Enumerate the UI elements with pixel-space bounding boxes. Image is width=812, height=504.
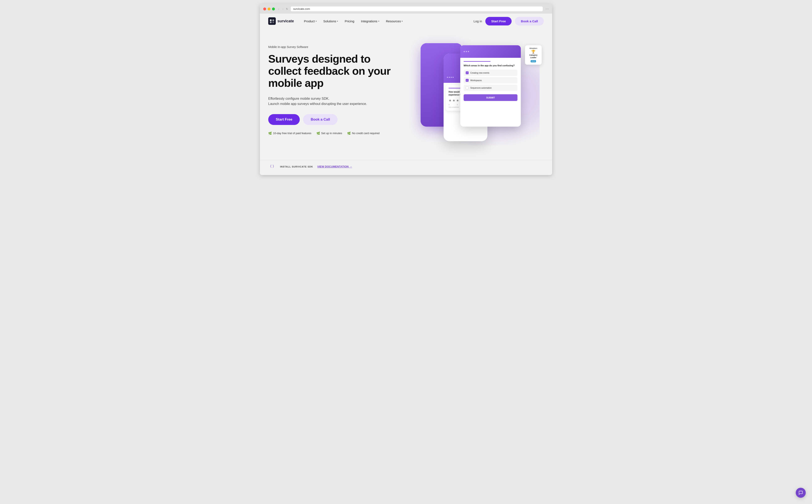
checkbox-option-3[interactable]: Sequences automation [464, 85, 518, 91]
checkbox-option-2[interactable]: ✓ Workspaces [464, 77, 518, 83]
nav-pricing[interactable]: Pricing [344, 19, 354, 23]
dot-1 [447, 77, 448, 78]
badge-year: 2023 [531, 60, 536, 62]
svg-rect-1 [272, 19, 274, 21]
hero-subtitle: Effortlessly configure mobile survey SDK… [268, 96, 402, 107]
nav-product[interactable]: Product ▾ [304, 19, 317, 23]
browser-menu[interactable]: ⋯ [546, 7, 549, 11]
tablet-survey-area: Which areas in the app do you find confu… [460, 58, 521, 104]
tablet-header [460, 45, 521, 58]
hero-buttons: Start Free Book a Call [268, 114, 402, 125]
nav-solutions[interactable]: Solutions ▾ [323, 19, 338, 23]
checkbox-2[interactable]: ✓ [466, 79, 469, 82]
hero-left: Mobile In-app Survey Software Surveys de… [268, 41, 402, 135]
hero-start-free-button[interactable]: Start Free [268, 114, 300, 125]
tablet-submit-button[interactable]: SUBMIT [464, 94, 518, 101]
trust-badges: 🌿 10-day free trial of paid features 🌿 S… [268, 132, 402, 135]
trophy-icon: 🏆 [528, 50, 539, 54]
badge-brand: 42matters [528, 47, 539, 49]
solutions-chevron: ▾ [337, 20, 338, 22]
trust-badge-trial: 🌿 10-day free trial of paid features [268, 132, 311, 135]
browser-nav: ‹ › ↻ [277, 7, 288, 11]
nav-links: Product ▾ Solutions ▾ Pricing Integratio… [304, 19, 474, 23]
bottom-bar: 〈 〉 INSTALL SURVICATE SDK VIEW DOCUMENTA… [260, 160, 552, 175]
navbar: survicate Product ▾ Solutions ▾ Pricing … [260, 14, 552, 29]
label-unsatisfied: Very unsatisfied [449, 106, 459, 108]
hero-right: How would you rate your experience with … [410, 41, 544, 150]
tablet-question: Which areas in the app do you find confu… [464, 64, 518, 67]
star-1[interactable]: ★ [449, 98, 452, 102]
sdk-install-label: INSTALL SURVICATE SDK [280, 165, 313, 168]
dot-2 [449, 77, 450, 78]
hero-title: Surveys designed to collect feedback on … [268, 53, 402, 89]
trial-icon: 🌿 [268, 132, 272, 135]
checkbox-label-1: Creating new events [470, 72, 489, 74]
integrations-chevron: ▾ [378, 20, 379, 22]
check-1: ✓ [466, 72, 468, 74]
card-icon: 🌿 [347, 132, 351, 135]
category-badge: 42matters 🏆 Category Leader 2023 [525, 45, 542, 65]
login-button[interactable]: Log in [474, 19, 482, 23]
checkbox-3[interactable] [466, 86, 469, 89]
maximize-button[interactable] [272, 8, 275, 10]
star-3[interactable]: ★ [456, 98, 459, 102]
check-2: ✓ [466, 79, 468, 81]
tablet-mockup: Which areas in the app do you find confu… [460, 45, 521, 127]
nav-resources[interactable]: Resources ▾ [386, 19, 403, 23]
nav-start-free-button[interactable]: Start Free [485, 17, 512, 25]
trust-badge-setup: 🌿 Set up in minutes [316, 132, 342, 135]
code-icon: 〈 〉 [268, 164, 276, 169]
setup-icon: 🌿 [316, 132, 320, 135]
checkbox-label-3: Sequences automation [470, 87, 492, 89]
resources-chevron: ▾ [401, 20, 402, 22]
back-arrow[interactable]: ‹ [277, 7, 280, 11]
nav-actions: Log in Start Free Book a Call [474, 17, 544, 25]
nav-integrations[interactable]: Integrations ▾ [361, 19, 379, 23]
checkbox-1[interactable]: ✓ [466, 71, 469, 74]
brackets-icon: 〈 〉 [268, 164, 276, 169]
dot-4 [453, 77, 454, 78]
product-chevron: ▾ [315, 20, 317, 22]
traffic-lights[interactable] [263, 8, 275, 10]
star-2[interactable]: ★ [452, 98, 455, 102]
refresh-icon[interactable]: ↻ [286, 8, 288, 10]
nav-book-call-button[interactable]: Book a Call [515, 17, 544, 25]
view-docs-link[interactable]: VIEW DOCUMENTATION → [317, 165, 352, 168]
forward-arrow[interactable]: › [281, 7, 284, 11]
hero-section: Mobile In-app Survey Software Surveys de… [260, 29, 552, 158]
minimize-button[interactable] [267, 8, 270, 10]
svg-rect-2 [270, 21, 271, 23]
svg-rect-0 [270, 19, 271, 21]
page-content: survicate Product ▾ Solutions ▾ Pricing … [260, 14, 552, 175]
trust-badge-card: 🌿 No credit card required [347, 132, 379, 135]
hero-book-call-button[interactable]: Book a Call [303, 114, 337, 125]
logo-text: survicate [277, 19, 294, 23]
checkbox-option-1[interactable]: ✓ Creating new events [464, 70, 518, 76]
tablet-progress-bar [464, 61, 491, 62]
checkbox-label-2: Workspaces [470, 79, 482, 82]
dot-3 [451, 77, 452, 78]
svg-rect-3 [272, 21, 274, 23]
logo-icon [268, 17, 276, 25]
address-bar[interactable]: survicate.com [290, 6, 543, 11]
close-button[interactable] [263, 8, 266, 10]
badge-title: Category Leader [528, 54, 539, 59]
logo[interactable]: survicate [268, 17, 294, 25]
hero-eyebrow: Mobile In-app Survey Software [268, 45, 402, 49]
